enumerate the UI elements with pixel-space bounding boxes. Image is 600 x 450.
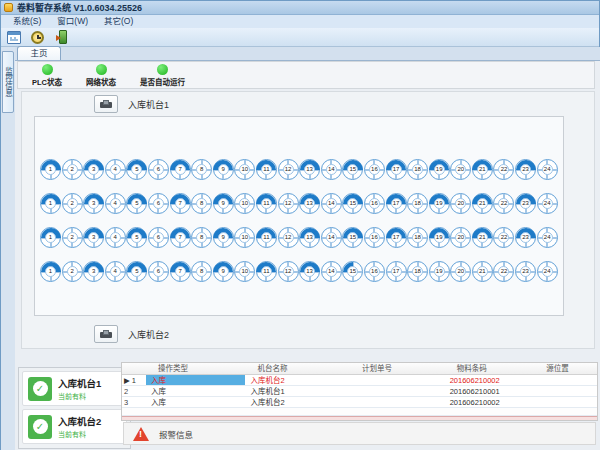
coil-slot[interactable]: 16: [364, 193, 385, 214]
coil-slot[interactable]: 14: [321, 261, 342, 282]
coil-slot[interactable]: 5: [126, 159, 147, 180]
coil-slot[interactable]: 9: [213, 193, 234, 214]
coil-slot[interactable]: 2: [62, 159, 83, 180]
coil-slot[interactable]: 1: [40, 193, 61, 214]
coil-slot[interactable]: 12: [278, 261, 299, 282]
coil-slot[interactable]: 2: [62, 227, 83, 248]
table-cell[interactable]: [350, 375, 445, 385]
coil-slot[interactable]: 20: [450, 159, 471, 180]
coil-slot[interactable]: 22: [493, 227, 514, 248]
coil-slot[interactable]: 16: [364, 227, 385, 248]
coil-slot[interactable]: 5: [126, 227, 147, 248]
coil-slot[interactable]: 9: [213, 261, 234, 282]
coil-slot[interactable]: 8: [191, 193, 212, 214]
coil-slot[interactable]: 4: [105, 227, 126, 248]
coil-slot[interactable]: 14: [321, 227, 342, 248]
column-header[interactable]: 源位置: [534, 363, 597, 374]
tab-home[interactable]: 主页: [17, 46, 61, 60]
column-header[interactable]: 操作类型: [146, 363, 246, 374]
coil-slot[interactable]: 18: [407, 159, 428, 180]
coil-slot[interactable]: 6: [148, 261, 169, 282]
table-row[interactable]: ▶ 1入库入库机台2201606210002: [122, 375, 597, 386]
coil-slot[interactable]: 8: [191, 159, 212, 180]
coil-slot[interactable]: 10: [234, 227, 255, 248]
coil-slot[interactable]: 23: [515, 227, 536, 248]
machine2-print-button[interactable]: [94, 325, 118, 343]
coil-slot[interactable]: 21: [472, 227, 493, 248]
coil-slot[interactable]: 20: [450, 261, 471, 282]
coil-slot[interactable]: 10: [234, 159, 255, 180]
coil-slot[interactable]: 23: [515, 193, 536, 214]
coil-slot[interactable]: 1: [40, 159, 61, 180]
coil-slot[interactable]: 22: [493, 159, 514, 180]
coil-slot[interactable]: 18: [407, 227, 428, 248]
coil-slot[interactable]: 22: [493, 193, 514, 214]
table-cell[interactable]: [534, 375, 597, 385]
coil-slot[interactable]: 11: [256, 261, 277, 282]
coil-slot[interactable]: 3: [83, 261, 104, 282]
coil-slot[interactable]: 24: [537, 261, 558, 282]
coil-slot[interactable]: 12: [278, 193, 299, 214]
coil-slot[interactable]: 8: [191, 227, 212, 248]
coil-slot[interactable]: 19: [429, 227, 450, 248]
coil-slot[interactable]: 9: [213, 159, 234, 180]
table-cell[interactable]: [534, 397, 597, 407]
table-cell[interactable]: 入库: [146, 397, 246, 407]
table-row[interactable]: 3入库入库机台2201606210002: [122, 397, 597, 408]
coil-slot[interactable]: 18: [407, 261, 428, 282]
coil-slot[interactable]: 2: [62, 261, 83, 282]
coil-slot[interactable]: 3: [83, 159, 104, 180]
coil-slot[interactable]: 4: [105, 159, 126, 180]
coil-slot[interactable]: 22: [493, 261, 514, 282]
menu-item[interactable]: 窗口(W): [49, 15, 96, 28]
coil-slot[interactable]: 9: [213, 227, 234, 248]
coil-slot[interactable]: 1: [40, 227, 61, 248]
column-header[interactable]: 计划单号: [350, 363, 445, 374]
table-cell[interactable]: 201606210002: [445, 375, 535, 385]
coil-slot[interactable]: 10: [234, 193, 255, 214]
coil-slot[interactable]: 16: [364, 261, 385, 282]
column-header[interactable]: 机台名称: [246, 363, 351, 374]
coil-slot[interactable]: 21: [472, 159, 493, 180]
table-cell[interactable]: 201606210001: [445, 386, 535, 396]
coil-slot[interactable]: 24: [537, 159, 558, 180]
coil-slot[interactable]: 14: [321, 159, 342, 180]
coil-slot[interactable]: 11: [256, 227, 277, 248]
table-row[interactable]: 2入库入库机台1201606210001: [122, 386, 597, 397]
coil-slot[interactable]: 10: [234, 261, 255, 282]
coil-slot[interactable]: 5: [126, 261, 147, 282]
coil-slot[interactable]: 6: [148, 193, 169, 214]
table-cell[interactable]: 201606210002: [445, 397, 535, 407]
coil-slot[interactable]: 5: [126, 193, 147, 214]
coil-slot[interactable]: 17: [386, 193, 407, 214]
coil-slot[interactable]: 3: [83, 193, 104, 214]
coil-slot[interactable]: 18: [407, 193, 428, 214]
coil-slot[interactable]: 8: [191, 261, 212, 282]
table-cell[interactable]: [350, 386, 445, 396]
coil-slot[interactable]: 17: [386, 261, 407, 282]
coil-slot[interactable]: 16: [364, 159, 385, 180]
calendar-button[interactable]: [5, 29, 22, 45]
coil-slot[interactable]: 13: [299, 159, 320, 180]
coil-slot[interactable]: 15: [342, 193, 363, 214]
coil-slot[interactable]: 7: [170, 227, 191, 248]
coil-slot[interactable]: 23: [515, 159, 536, 180]
side-dock-tab[interactable]: 监控信息: [2, 51, 14, 113]
coil-slot[interactable]: 14: [321, 193, 342, 214]
exit-button[interactable]: [53, 29, 70, 45]
coil-slot[interactable]: 21: [472, 261, 493, 282]
coil-slot[interactable]: 4: [105, 261, 126, 282]
table-cell[interactable]: 入库机台1: [245, 386, 350, 396]
coil-slot[interactable]: 12: [278, 227, 299, 248]
coil-slot[interactable]: 3: [83, 227, 104, 248]
coil-slot[interactable]: 15: [342, 261, 363, 282]
coil-slot[interactable]: 7: [170, 193, 191, 214]
coil-slot[interactable]: 20: [450, 193, 471, 214]
table-cell[interactable]: 入库: [146, 386, 246, 396]
coil-slot[interactable]: 13: [299, 193, 320, 214]
coil-slot[interactable]: 6: [148, 159, 169, 180]
coil-slot[interactable]: 19: [429, 193, 450, 214]
table-cell[interactable]: [350, 397, 445, 407]
coil-slot[interactable]: 4: [105, 193, 126, 214]
table-cell[interactable]: 入库: [146, 375, 246, 385]
